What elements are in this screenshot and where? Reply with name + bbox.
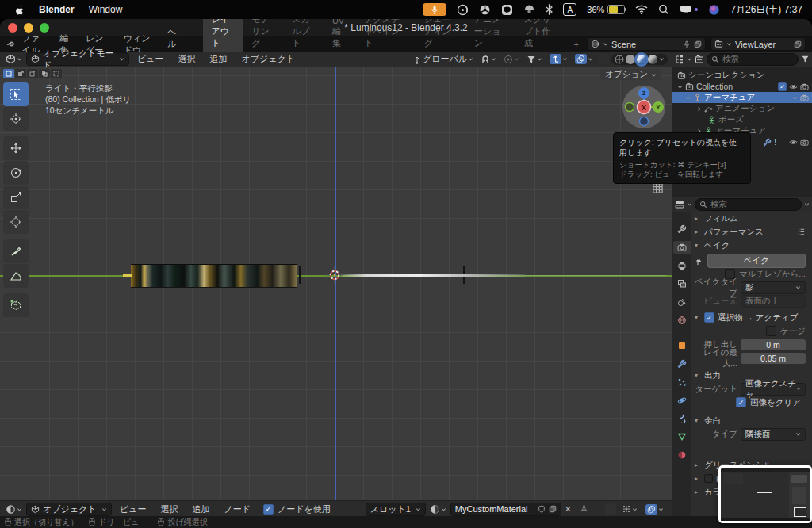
material-preview-shading-icon[interactable] <box>637 55 646 64</box>
tab-object[interactable] <box>673 339 691 352</box>
tab-physics[interactable] <box>673 394 691 407</box>
preset-list-icon[interactable] <box>797 228 806 236</box>
outliner-row-pose[interactable]: ポーズ <box>672 114 812 125</box>
outliner-row-scene-collection[interactable]: シーンコレクション <box>672 70 812 81</box>
select-set-mode-button[interactable] <box>3 69 14 78</box>
bake-type-dropdown[interactable]: 影 <box>741 281 806 294</box>
select-subtract-mode-button[interactable] <box>27 69 38 78</box>
outliner-row-armature-selected[interactable]: アーマチュア <box>672 92 812 103</box>
use-nodes-checkbox[interactable]: ✓ <box>263 504 274 515</box>
object-menu[interactable]: オブジェクト <box>236 53 302 65</box>
menu-window[interactable]: Window <box>89 4 123 15</box>
tab-uv-editing[interactable]: UV編集 <box>324 13 356 52</box>
max-ray-field[interactable]: 0.05 m <box>741 353 806 364</box>
bake-button[interactable]: ベイク <box>707 254 806 268</box>
tab-render[interactable] <box>673 241 691 254</box>
camera-status-icon[interactable] <box>457 4 469 16</box>
panel-bake[interactable]: ▾ベイク <box>691 239 812 252</box>
cursor-tool[interactable] <box>3 107 29 131</box>
camera-render-icon[interactable] <box>800 138 809 147</box>
measure-tool[interactable] <box>3 264 29 288</box>
mesh-object[interactable] <box>131 264 297 288</box>
filter-icon[interactable] <box>801 55 810 63</box>
tab-tool[interactable] <box>673 223 691 235</box>
display-mode-icon[interactable] <box>695 55 704 64</box>
extrusion-field[interactable]: 0 m <box>741 339 806 350</box>
camera-render-icon[interactable] <box>800 94 809 102</box>
navigation-gizmo[interactable]: Z Y X <box>622 85 666 129</box>
use-nodes-toggle[interactable]: ✓ ノードを使用 <box>263 503 331 515</box>
spotlight-search-icon[interactable] <box>658 4 669 15</box>
shader-select-menu[interactable]: 選択 <box>155 503 185 515</box>
xray-toggle[interactable] <box>598 54 609 65</box>
target-dropdown[interactable]: 画像テクスチャ <box>741 383 806 396</box>
tab-scene[interactable] <box>673 296 691 308</box>
view-from-dropdown[interactable]: 表面の上 <box>741 295 806 308</box>
mushroom-status-icon[interactable] <box>523 4 535 15</box>
apple-logo-icon[interactable] <box>14 4 25 16</box>
scale-tool[interactable] <box>3 186 29 209</box>
snapping-toggle[interactable] <box>605 503 616 515</box>
material-name-field[interactable]: MyCustomMaterial <box>450 503 561 516</box>
fake-user-shield-icon[interactable] <box>538 505 546 513</box>
cage-checkbox[interactable] <box>766 326 776 336</box>
tab-viewlayer[interactable] <box>673 277 691 290</box>
node-snap-dropdown[interactable] <box>619 504 640 514</box>
outliner-row-collection[interactable]: Collection ✓ <box>672 81 812 92</box>
move-tool[interactable] <box>3 136 29 160</box>
screen-mirroring-indicator[interactable] <box>680 5 698 14</box>
shader-type-dropdown[interactable]: オブジェクト <box>26 503 112 516</box>
tab-material[interactable] <box>673 449 691 461</box>
shader-editor-type-dropdown[interactable] <box>3 504 25 515</box>
annotate-tool[interactable] <box>3 239 29 263</box>
properties-editor-icon[interactable] <box>675 200 684 209</box>
eye-icon[interactable] <box>789 82 798 91</box>
expand-icon[interactable] <box>677 84 683 90</box>
properties-search-input[interactable]: 検索 <box>695 198 802 211</box>
select-intersect-mode-button[interactable] <box>51 69 62 78</box>
menu-app-name[interactable]: Blender <box>39 4 75 15</box>
rotate-tool[interactable] <box>3 161 29 185</box>
show-gizmo-dropdown[interactable] <box>524 55 545 64</box>
wireframe-shading-icon[interactable] <box>615 55 624 64</box>
rendered-shading-icon[interactable] <box>648 55 657 64</box>
copy-material-icon[interactable] <box>549 505 557 513</box>
camera-render-icon[interactable] <box>800 82 809 91</box>
collapsed-icon[interactable] <box>696 106 702 112</box>
select-menu[interactable]: 選択 <box>172 53 202 65</box>
proportional-editing-toggle[interactable] <box>501 55 522 64</box>
new-viewlayer-icon[interactable] <box>794 40 802 48</box>
new-scene-icon[interactable] <box>694 40 702 48</box>
viewport-3d[interactable]: ライト・平行投影 (80) Collection | 低ポリ 10センチメートル… <box>0 67 672 500</box>
tab-particles[interactable] <box>673 376 691 388</box>
solid-shading-icon[interactable] <box>626 55 635 64</box>
shader-overlays-toggle[interactable] <box>643 504 666 515</box>
select-box-tool[interactable] <box>3 82 29 106</box>
snap-dropdown[interactable] <box>478 55 499 64</box>
tab-world[interactable] <box>673 314 691 327</box>
clear-image-checkbox[interactable]: ✓ <box>736 397 746 407</box>
pin-icon[interactable] <box>580 505 588 514</box>
wifi-icon[interactable] <box>635 5 648 14</box>
slot-dropdown[interactable]: スロット1 <box>366 503 426 516</box>
viewlayer-selector[interactable]: ViewLayer <box>710 37 806 51</box>
outliner-search-input[interactable]: 検索 <box>707 53 799 66</box>
unlink-material-button[interactable]: ✕ <box>563 504 573 515</box>
bluetooth-icon[interactable] <box>546 4 553 15</box>
pin-icon[interactable] <box>683 40 691 48</box>
outliner-editor-icon[interactable] <box>675 55 684 64</box>
tab-constraints[interactable] <box>673 412 691 425</box>
tab-output[interactable] <box>673 259 691 272</box>
outliner-row-animation[interactable]: アニメーション <box>672 103 812 114</box>
material-browse-dropdown[interactable] <box>427 504 449 515</box>
screenshot-preview-thumbnail[interactable] <box>718 465 812 523</box>
input-source-indicator[interactable]: A <box>563 3 576 16</box>
tab-modifiers[interactable] <box>673 358 691 370</box>
panel-film[interactable]: ▸フィルム <box>691 212 812 225</box>
battery-indicator[interactable]: 36% <box>587 5 625 14</box>
selected-to-active-checkbox[interactable]: ✓ <box>704 312 714 323</box>
eye-icon[interactable] <box>789 138 798 147</box>
gizmos-toggle[interactable] <box>547 54 570 64</box>
transform-tool[interactable] <box>3 210 29 234</box>
panel-margin[interactable]: ▾余白 <box>691 414 812 427</box>
